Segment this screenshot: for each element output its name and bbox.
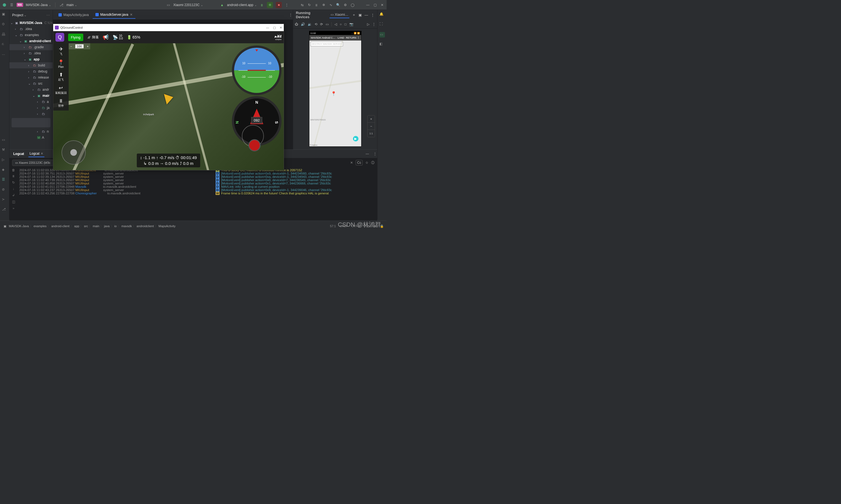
tree-idea2[interactable]: ›🗀.idea — [10, 50, 53, 56]
qgc-plan-button[interactable]: 📍Plan — [58, 58, 64, 70]
overview-icon[interactable]: □ — [344, 22, 346, 26]
device-zoom-out[interactable]: − — [368, 123, 375, 130]
qgc-rtl-button[interactable]: ↩返航|返回 — [55, 84, 67, 96]
tab-more-icon[interactable]: ⋮ — [288, 13, 293, 17]
device-manager-icon[interactable]: ▭ — [379, 32, 385, 37]
close-logcat-icon[interactable]: ✕ — [40, 151, 43, 156]
tree-idea[interactable]: ›🗀.idea — [10, 26, 53, 32]
split-icon[interactable]: ◫ — [12, 200, 15, 204]
soft-wrap-icon[interactable]: ↲ — [12, 193, 15, 197]
panel-layout-icon[interactable]: ▣ — [358, 13, 362, 17]
rotate-left-icon[interactable]: ⟲ — [315, 22, 317, 26]
qgc-logo-icon[interactable]: Q — [55, 33, 64, 42]
phone-return-btn[interactable]: RETURN — [346, 36, 356, 39]
project-selector[interactable]: MAVSDK-Java — [26, 3, 51, 7]
device-selector[interactable]: Xiaomi 2201123C — [174, 3, 203, 7]
tree-android-client[interactable]: ⌄▣android-client — [10, 38, 53, 44]
back-icon[interactable]: ◁ — [335, 22, 337, 26]
running-device-tab[interactable]: ▭Xiaomi… — [329, 12, 350, 18]
line-sep[interactable]: CRLF — [340, 224, 348, 228]
qgc-fly-view-icon[interactable]: ✈飞 — [59, 45, 63, 57]
tree-r[interactable]: ›🗀 — [10, 111, 53, 117]
tab-maps-activity[interactable]: MapsActivity.java — [56, 11, 92, 18]
encoding[interactable]: UTF-8 — [352, 224, 360, 228]
qgc-titlebar[interactable]: QGroundControl — ▢ ✕ — [53, 24, 284, 31]
vol-down-icon[interactable]: 🔉 — [308, 22, 312, 26]
tool-icon-3[interactable]: ⫼ — [314, 3, 319, 7]
qgc-land-button[interactable]: ⫻降落 — [87, 35, 99, 40]
window-close-icon[interactable]: ✕ — [380, 3, 384, 7]
home-icon[interactable]: ○ — [340, 22, 342, 26]
branch-selector[interactable]: main — [67, 3, 77, 7]
status-tool-icon[interactable]: ▣ — [3, 224, 7, 229]
power-icon[interactable]: ⏻ — [295, 22, 298, 26]
tree-ritem[interactable]: ›🗀rı — [10, 128, 53, 134]
rm-tool-icon[interactable]: ⎌ — [2, 42, 7, 48]
project-badge[interactable]: MA — [17, 3, 23, 7]
panel-more-icon[interactable]: ⋮ — [371, 13, 374, 17]
settings-log-icon[interactable]: » — [13, 206, 14, 210]
problems-icon[interactable]: ⊘ — [2, 187, 7, 193]
panel-min-icon[interactable]: — — [364, 13, 368, 17]
tree-a[interactable]: ›🗀a — [10, 99, 53, 105]
tool-icon-2[interactable]: ↻ — [307, 3, 311, 7]
rotate-right-icon[interactable]: ⟳ — [320, 22, 323, 26]
qgc-takeoff-button[interactable]: ⬆起飞 — [58, 71, 64, 83]
next-icon[interactable]: ▷ — [367, 22, 370, 26]
tree-search-bar[interactable] — [12, 118, 51, 127]
android-studio-icon[interactable] — [2, 3, 6, 7]
logcat-tool-icon[interactable]: ☰ — [2, 178, 7, 183]
add-device-icon[interactable]: ＋ — [352, 13, 356, 17]
tree-ja[interactable]: ›🗀ja — [10, 105, 53, 111]
caret-position[interactable]: 57:1 — [330, 224, 336, 228]
project-panel-header[interactable]: Project ⌄ ⋯ — [10, 10, 53, 20]
phone-land-btn[interactable]: LAND — [338, 36, 344, 39]
debug-tool-icon[interactable]: ◈ — [2, 168, 7, 173]
readonly-icon[interactable]: 🔒 — [380, 224, 384, 228]
vcs-branch-icon[interactable]: ⎇ — [59, 3, 64, 7]
run-config-selector[interactable]: android-client.app — [227, 3, 257, 7]
virtual-joystick[interactable] — [61, 140, 86, 165]
phone-fab-button[interactable]: ▶ — [353, 136, 358, 141]
notifications-icon[interactable]: 🔔 — [379, 12, 385, 18]
close-tab-icon[interactable]: ✕ — [130, 13, 132, 17]
tree-root[interactable]: ⌄▣MAVSDK-Java C:\Us — [10, 20, 53, 26]
tree-debug[interactable]: ›🗀debug — [10, 68, 53, 74]
tree-A[interactable]: MA — [10, 134, 53, 141]
vol-up-icon[interactable]: 🔊 — [301, 22, 305, 26]
device-frame-icon[interactable]: ▭ — [326, 22, 329, 26]
terminal-icon[interactable]: ≻ — [2, 197, 7, 203]
phone-menu-icon[interactable]: ⋮ — [357, 36, 360, 39]
build-icon[interactable]: ⚒ — [2, 148, 7, 153]
hamburger-icon[interactable]: ☰ — [10, 3, 14, 7]
filter-close-icon[interactable]: ✕ — [350, 161, 353, 165]
debug-button[interactable]: ✲ — [267, 2, 273, 8]
bookmarks-icon[interactable]: ▭ — [2, 138, 7, 143]
tree-examples[interactable]: ⌄🗀examples — [10, 32, 53, 38]
qgc-zoom-control[interactable]: − 100 + — [69, 43, 90, 49]
emulator-icon[interactable]: ◧ — [379, 42, 385, 48]
tree-gradle[interactable]: ›🗀.gradle — [10, 44, 53, 50]
device-mirror[interactable]: 11:02... 📶 📶 MAVSDK Android C… LANDRETUR… — [309, 31, 361, 147]
tree-build[interactable]: ›🗀build — [10, 62, 53, 68]
qgc-battery-status[interactable]: 🔋65% — [127, 35, 140, 39]
device-zoom-11[interactable]: 1:1 — [368, 130, 375, 137]
logcat-tab[interactable]: Logcat ✕ — [29, 150, 44, 157]
qgc-gps-status[interactable]: 📡100.0 — [112, 34, 123, 40]
qgc-fly-status[interactable]: Flying — [68, 34, 83, 41]
qgc-maximize-icon[interactable]: ▢ — [273, 26, 276, 30]
filter-help-icon[interactable]: ⓘ — [371, 160, 374, 165]
stop-button[interactable]: ■ — [276, 2, 282, 8]
qgc-pause-button[interactable]: ⏸暂停 — [58, 97, 64, 109]
bug-icon[interactable]: ✲ — [322, 3, 326, 7]
qgc-map-view[interactable]: Irchelpark ✈飞 📍Plan ⬆起飞 ↩返航|返回 ⏸暂停 − 100… — [53, 43, 284, 170]
gradle-icon[interactable]: ⛶ — [379, 22, 385, 28]
scroll-end-icon[interactable]: ↓ — [13, 187, 14, 191]
qgc-minimize-icon[interactable]: — — [266, 26, 269, 30]
run-stats-icon[interactable]: ⫼ — [260, 3, 264, 7]
tree-andr[interactable]: ›🗀andr — [10, 87, 53, 93]
commit-tool-icon[interactable]: ⊙ — [2, 22, 7, 28]
project-tool-icon[interactable]: ▣ — [2, 12, 7, 18]
qgc-megaphone-icon[interactable]: 📢 — [103, 34, 109, 40]
clear-log-icon[interactable]: 🗑 — [12, 168, 15, 172]
